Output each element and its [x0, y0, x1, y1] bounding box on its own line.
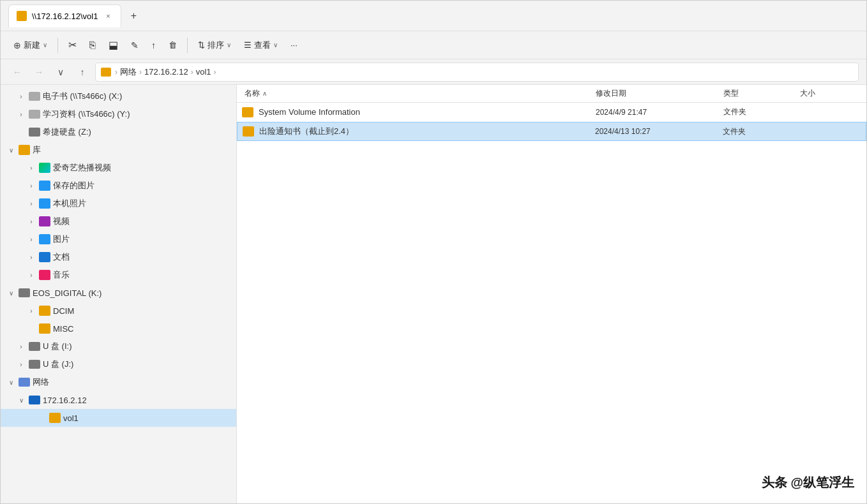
sidebar: › 电子书 (\\Ts466c) (X:) › 学习资料 (\\Ts466c) … [1, 85, 237, 503]
rename-button[interactable]: ✎ [126, 37, 144, 54]
breadcrumb-network[interactable]: 网络 [120, 66, 137, 78]
sidebar-item-label: U 盘 (I:) [43, 341, 72, 352]
sort-icon: ⇅ [198, 40, 205, 50]
header-size[interactable]: 大小 [797, 85, 861, 102]
breadcrumb-vol1[interactable]: vol1 [196, 67, 211, 77]
file-list: 名称 ∧ 修改日期 类型 大小 System Volume Informatio… [237, 85, 866, 503]
sidebar-item-express[interactable]: 希捷硬盘 (Z:) [1, 123, 236, 141]
expand-icon [16, 127, 26, 137]
sidebar-item-saved-pics[interactable]: › 保存的图片 [1, 177, 236, 195]
paste-button[interactable]: ⬓ [103, 36, 123, 54]
sidebar-item-video[interactable]: › 视频 [1, 212, 236, 230]
sidebar-item-usb-i[interactable]: › U 盘 (I:) [1, 337, 236, 355]
tab-close-button[interactable]: × [103, 11, 113, 21]
sep2 [187, 38, 188, 53]
watermark: 头条 @纵笔浮生 [762, 474, 854, 491]
new-dropdown-icon: ∨ [43, 41, 47, 48]
sidebar-item-local-pics[interactable]: › 本机照片 [1, 195, 236, 212]
sort-label: 排序 [207, 40, 224, 51]
sidebar-item-label: EOS_DIGITAL (K:) [33, 288, 102, 298]
file-explorer-window: \\172.16.2.12\vol1 × + ⊕ 新建 ∨ ✂ ⎘ ⬓ ✎ ↑ … [0, 0, 867, 504]
share-icon: ↑ [151, 40, 156, 50]
more-button[interactable]: ··· [285, 37, 303, 53]
expand-icon: ∨ [6, 288, 16, 298]
expand-icon: › [16, 359, 26, 369]
expand-icon [36, 413, 47, 423]
expand-icon: › [26, 181, 36, 191]
up-button[interactable]: ↑ [73, 63, 91, 81]
folder-icon-docs [39, 252, 50, 262]
sidebar-item-label: 音乐 [53, 269, 70, 281]
view-button[interactable]: ☰ 查看 ∨ [239, 36, 283, 54]
sidebar-item-docs[interactable]: › 文档 [1, 248, 236, 266]
sidebar-item-eos[interactable]: ∨ EOS_DIGITAL (K:) [1, 284, 236, 302]
sidebar-item-label: 本机照片 [53, 198, 86, 209]
file-name-cell: 出险通知书（截止到2.4） [243, 126, 592, 137]
paste-icon: ⬓ [109, 39, 118, 51]
sidebar-item-label: U 盘 (J:) [43, 359, 73, 370]
more-label: ··· [290, 40, 298, 50]
cut-button[interactable]: ✂ [63, 36, 82, 54]
sidebar-item-library[interactable]: ∨ 库 [1, 141, 236, 159]
sep1 [57, 38, 58, 53]
table-row[interactable]: System Volume Information 2024/4/9 21:47… [237, 103, 866, 122]
sidebar-item-label: DCIM [53, 306, 74, 316]
sidebar-item-study[interactable]: › 学习资料 (\\Ts466c) (Y:) [1, 105, 236, 123]
sidebar-item-iqiyi[interactable]: › 爱奇艺热播视频 [1, 159, 236, 177]
network-icon [19, 378, 30, 387]
sidebar-item-ebook[interactable]: › 电子书 (\\Ts466c) (X:) [1, 87, 236, 105]
expand-icon: › [26, 216, 36, 226]
delete-button[interactable]: 🗑 [163, 37, 182, 53]
folder-icon-misc [39, 323, 50, 334]
header-type[interactable]: 类型 [721, 85, 797, 102]
sidebar-item-music[interactable]: › 音乐 [1, 266, 236, 284]
sidebar-item-label: 保存的图片 [53, 180, 94, 191]
delete-icon: 🗑 [169, 40, 177, 50]
sidebar-item-server[interactable]: ∨ 172.16.2.12 [1, 391, 236, 409]
file-name-cell: System Volume Information [242, 107, 593, 117]
breadcrumb-server[interactable]: 172.16.2.12 [144, 67, 188, 77]
sidebar-item-network[interactable]: ∨ 网络 [1, 373, 236, 391]
header-modified[interactable]: 修改日期 [593, 85, 721, 102]
sidebar-item-misc[interactable]: MISC [1, 320, 236, 337]
sidebar-item-label: 视频 [53, 216, 70, 227]
drive-icon [29, 110, 40, 119]
expand-icon: › [26, 234, 36, 244]
sidebar-item-dcim[interactable]: › DCIM [1, 302, 236, 320]
header-name[interactable]: 名称 ∧ [242, 85, 593, 102]
sort-button[interactable]: ⇅ 排序 ∨ [193, 36, 236, 54]
file-date-cell: 2024/4/9 21:47 [593, 108, 721, 117]
view-label: 查看 [254, 40, 271, 51]
folder-icon-image2 [39, 198, 50, 209]
copy-button[interactable]: ⎘ [84, 36, 101, 54]
active-tab[interactable]: \\172.16.2.12\vol1 × [8, 4, 121, 27]
dropdown-button[interactable]: ∨ [52, 63, 70, 81]
folder-icon [19, 145, 30, 155]
address-bar: ← → ∨ ↑ › 网络 › 172.16.2.12 › vol1 › [1, 59, 866, 85]
share-button[interactable]: ↑ [146, 37, 161, 54]
sidebar-item-label: vol1 [63, 413, 79, 423]
folder-icon-iqiyi [39, 163, 50, 173]
sidebar-item-label: 希捷硬盘 (Z:) [43, 126, 91, 138]
view-icon: ☰ [244, 40, 252, 50]
back-button[interactable]: ← [8, 63, 26, 81]
expand-icon: › [26, 270, 36, 280]
sidebar-item-usb-j[interactable]: › U 盘 (J:) [1, 355, 236, 373]
new-tab-button[interactable]: + [124, 6, 143, 26]
folder-icon-video [39, 216, 50, 226]
forward-button[interactable]: → [30, 63, 48, 81]
sidebar-item-label: 电子书 (\\Ts466c) (X:) [43, 91, 122, 102]
title-bar: \\172.16.2.12\vol1 × + [1, 1, 866, 31]
copy-icon: ⎘ [89, 40, 96, 51]
expand-icon: › [16, 109, 26, 119]
expand-icon: › [16, 341, 26, 352]
table-row[interactable]: 出险通知书（截止到2.4） 2024/4/13 10:27 文件夹 [237, 122, 866, 141]
new-label: 新建 [24, 40, 40, 51]
breadcrumb[interactable]: › 网络 › 172.16.2.12 › vol1 › [95, 63, 859, 82]
header-modified-label: 修改日期 [596, 88, 626, 99]
new-button[interactable]: ⊕ 新建 ∨ [8, 36, 52, 54]
sidebar-item-label: MISC [53, 324, 74, 334]
sidebar-item-pictures[interactable]: › 图片 [1, 230, 236, 248]
sidebar-item-vol1[interactable]: vol1 [1, 409, 236, 427]
drive-icon-usb-j [29, 360, 40, 369]
